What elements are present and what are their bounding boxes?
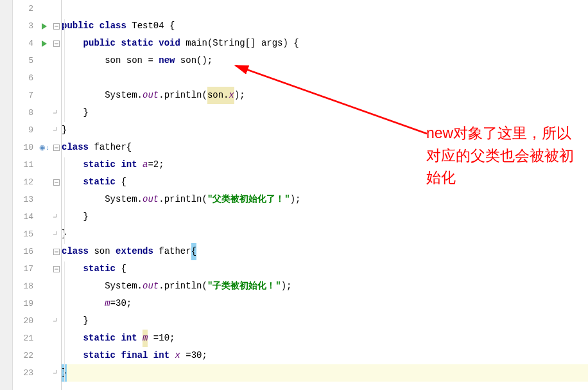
token-op: { [116,260,126,278]
gutter-blank [37,347,51,364]
line-number[interactable]: 8 [13,104,33,121]
line-number[interactable]: 22 [13,347,33,364]
code-line[interactable]: static { [62,260,588,278]
token-fld: out [143,278,159,295]
fold-collapse-icon[interactable] [51,173,61,191]
gutter-blank [37,191,51,208]
line-number[interactable]: 3 [13,17,33,35]
line-number[interactable]: 20 [13,312,33,330]
line-number[interactable]: 16 [13,243,33,260]
token-cls: son [94,243,110,260]
code-line[interactable]: class son extends father{ [62,243,588,260]
line-number[interactable]: 11 [13,156,33,173]
breakpoint-strip[interactable] [0,0,13,390]
token-op [62,295,105,312]
code-line[interactable]: } [62,312,588,330]
fold-collapse-icon[interactable] [51,260,61,278]
token-op: (String[] args) { [207,35,299,52]
fold-blank [51,295,61,312]
gutter-blank [37,295,51,312]
code-line[interactable]: System.out.println(son.x); [62,87,588,104]
token-op [137,330,143,347]
token-op [116,330,121,347]
token-fld: m [105,295,110,312]
token-kw: class [62,243,89,260]
token-kw: int [153,347,169,364]
code-line[interactable]: } [62,208,588,226]
line-number[interactable]: 14 [13,208,33,226]
token-kw: static [83,173,116,191]
fold-end-icon[interactable] [51,121,61,139]
code-line[interactable]: System.out.println("父类被初始化了！"); [62,191,588,208]
code-line[interactable] [62,69,588,87]
line-number[interactable]: 10 [13,139,33,156]
token-op [62,173,83,191]
line-number[interactable]: 9 [13,121,33,139]
line-number[interactable]: 12 [13,173,33,191]
line-number[interactable]: 17 [13,260,33,278]
run-gutter[interactable]: ◉↓ [37,0,51,390]
line-number[interactable]: 5 [13,52,33,69]
code-line[interactable]: public static void main(String[] args) { [62,35,588,52]
code-line[interactable]: System.out.println("子类被初始化！"); [62,278,588,295]
line-number[interactable]: 7 [13,87,33,104]
token-kw: extends [116,243,153,260]
line-number[interactable]: 19 [13,295,33,312]
token-op: .println( [159,278,207,295]
code-line[interactable]: public class Test04 { [62,17,588,35]
gutter-blank [37,69,51,87]
token-op [62,156,83,173]
line-number[interactable]: 15 [13,226,33,243]
fold-collapse-icon[interactable] [51,35,61,52]
has-implementations-icon[interactable]: ◉↓ [37,139,51,156]
line-number[interactable]: 6 [13,69,33,87]
run-icon[interactable] [37,17,51,35]
code-editor: 234567891011121314151617181920212223 ◉↓ … [0,0,588,390]
gutter-blank [37,104,51,121]
gutter-blank [37,208,51,226]
token-op: } [62,121,67,139]
token-op [126,17,132,35]
code-line[interactable] [62,0,588,17]
line-number[interactable]: 23 [13,364,33,382]
token-op [62,330,83,347]
fold-collapse-icon[interactable] [51,139,61,156]
token-op [110,243,116,260]
token-op: .println( [159,87,207,104]
token-str: "父类被初始化了！" [207,191,290,208]
fold-collapse-icon[interactable] [51,17,61,35]
code-line[interactable]: } [62,364,588,382]
code-line[interactable]: son son = new son(); [62,52,588,69]
code-line[interactable]: static int m =10; [62,330,588,347]
line-number[interactable]: 13 [13,191,33,208]
fold-end-icon[interactable] [51,208,61,226]
fold-end-icon[interactable] [51,104,61,121]
token-kw: static [121,35,153,52]
fold-collapse-icon[interactable] [51,243,61,260]
code-line[interactable]: } [62,226,588,243]
fold-end-icon[interactable] [51,312,61,330]
code-line[interactable]: m=30; [62,295,588,312]
token-op: =30; [180,347,207,364]
fold-blank [51,278,61,295]
code-line[interactable]: static final int x =30; [62,347,588,364]
token-kw: static [83,347,116,364]
code-area[interactable]: public class Test04 { public static void… [62,0,588,390]
fold-gutter[interactable] [51,0,62,390]
code-line[interactable]: } [62,104,588,121]
fold-end-icon[interactable] [51,364,61,382]
token-kw: static [83,260,116,278]
indent-guide [64,19,65,122]
line-number[interactable]: 4 [13,35,33,52]
gutter-blank [37,0,51,17]
line-number[interactable]: 2 [13,0,33,17]
token-op [137,156,143,173]
line-number[interactable]: 21 [13,330,33,347]
token-mtd: main [186,35,207,52]
gutter-blank [37,312,51,330]
line-number-gutter[interactable]: 234567891011121314151617181920212223 [13,0,37,390]
line-number[interactable]: 18 [13,278,33,295]
fold-end-icon[interactable] [51,226,61,243]
token-op [62,260,83,278]
run-icon[interactable] [37,35,51,52]
